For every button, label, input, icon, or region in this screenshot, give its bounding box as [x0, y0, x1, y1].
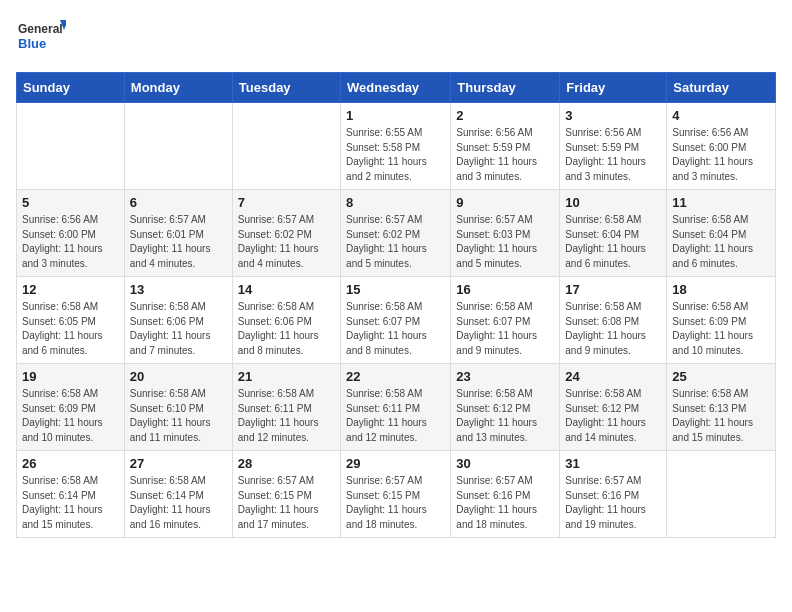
calendar-week-row: 19Sunrise: 6:58 AMSunset: 6:09 PMDayligh… [17, 364, 776, 451]
day-info: Sunrise: 6:58 AMSunset: 6:14 PMDaylight:… [22, 474, 119, 532]
day-number: 24 [565, 369, 661, 384]
calendar-cell: 23Sunrise: 6:58 AMSunset: 6:12 PMDayligh… [451, 364, 560, 451]
day-number: 19 [22, 369, 119, 384]
day-info: Sunrise: 6:57 AMSunset: 6:16 PMDaylight:… [565, 474, 661, 532]
day-info: Sunrise: 6:57 AMSunset: 6:15 PMDaylight:… [346, 474, 445, 532]
day-info: Sunrise: 6:58 AMSunset: 6:06 PMDaylight:… [238, 300, 335, 358]
day-info: Sunrise: 6:57 AMSunset: 6:15 PMDaylight:… [238, 474, 335, 532]
day-info: Sunrise: 6:56 AMSunset: 6:00 PMDaylight:… [22, 213, 119, 271]
calendar-header-monday: Monday [124, 73, 232, 103]
svg-text:Blue: Blue [18, 36, 46, 51]
day-number: 15 [346, 282, 445, 297]
day-number: 14 [238, 282, 335, 297]
calendar-cell: 4Sunrise: 6:56 AMSunset: 6:00 PMDaylight… [667, 103, 776, 190]
day-number: 8 [346, 195, 445, 210]
day-info: Sunrise: 6:58 AMSunset: 6:04 PMDaylight:… [672, 213, 770, 271]
calendar-cell: 20Sunrise: 6:58 AMSunset: 6:10 PMDayligh… [124, 364, 232, 451]
day-number: 31 [565, 456, 661, 471]
calendar-header-tuesday: Tuesday [232, 73, 340, 103]
day-number: 26 [22, 456, 119, 471]
day-info: Sunrise: 6:58 AMSunset: 6:13 PMDaylight:… [672, 387, 770, 445]
day-number: 9 [456, 195, 554, 210]
day-info: Sunrise: 6:58 AMSunset: 6:05 PMDaylight:… [22, 300, 119, 358]
day-info: Sunrise: 6:57 AMSunset: 6:02 PMDaylight:… [346, 213, 445, 271]
calendar-cell: 12Sunrise: 6:58 AMSunset: 6:05 PMDayligh… [17, 277, 125, 364]
day-number: 7 [238, 195, 335, 210]
day-number: 23 [456, 369, 554, 384]
calendar-cell: 14Sunrise: 6:58 AMSunset: 6:06 PMDayligh… [232, 277, 340, 364]
calendar-cell: 27Sunrise: 6:58 AMSunset: 6:14 PMDayligh… [124, 451, 232, 538]
calendar-week-row: 12Sunrise: 6:58 AMSunset: 6:05 PMDayligh… [17, 277, 776, 364]
calendar-cell [124, 103, 232, 190]
day-number: 30 [456, 456, 554, 471]
day-number: 29 [346, 456, 445, 471]
calendar-cell: 3Sunrise: 6:56 AMSunset: 5:59 PMDaylight… [560, 103, 667, 190]
day-info: Sunrise: 6:58 AMSunset: 6:09 PMDaylight:… [672, 300, 770, 358]
day-info: Sunrise: 6:58 AMSunset: 6:11 PMDaylight:… [238, 387, 335, 445]
calendar-header-saturday: Saturday [667, 73, 776, 103]
day-number: 17 [565, 282, 661, 297]
calendar-cell: 15Sunrise: 6:58 AMSunset: 6:07 PMDayligh… [341, 277, 451, 364]
calendar-cell: 28Sunrise: 6:57 AMSunset: 6:15 PMDayligh… [232, 451, 340, 538]
calendar-cell: 11Sunrise: 6:58 AMSunset: 6:04 PMDayligh… [667, 190, 776, 277]
calendar-cell [17, 103, 125, 190]
day-number: 5 [22, 195, 119, 210]
day-number: 2 [456, 108, 554, 123]
calendar-header-friday: Friday [560, 73, 667, 103]
day-number: 1 [346, 108, 445, 123]
calendar-cell: 5Sunrise: 6:56 AMSunset: 6:00 PMDaylight… [17, 190, 125, 277]
calendar-cell: 6Sunrise: 6:57 AMSunset: 6:01 PMDaylight… [124, 190, 232, 277]
day-number: 18 [672, 282, 770, 297]
day-number: 21 [238, 369, 335, 384]
day-number: 28 [238, 456, 335, 471]
calendar-cell: 19Sunrise: 6:58 AMSunset: 6:09 PMDayligh… [17, 364, 125, 451]
calendar-header-thursday: Thursday [451, 73, 560, 103]
day-info: Sunrise: 6:57 AMSunset: 6:03 PMDaylight:… [456, 213, 554, 271]
calendar-cell: 26Sunrise: 6:58 AMSunset: 6:14 PMDayligh… [17, 451, 125, 538]
day-number: 4 [672, 108, 770, 123]
day-info: Sunrise: 6:58 AMSunset: 6:12 PMDaylight:… [565, 387, 661, 445]
day-info: Sunrise: 6:56 AMSunset: 5:59 PMDaylight:… [565, 126, 661, 184]
day-number: 27 [130, 456, 227, 471]
day-number: 16 [456, 282, 554, 297]
calendar-week-row: 26Sunrise: 6:58 AMSunset: 6:14 PMDayligh… [17, 451, 776, 538]
day-number: 6 [130, 195, 227, 210]
calendar-cell: 24Sunrise: 6:58 AMSunset: 6:12 PMDayligh… [560, 364, 667, 451]
calendar-cell [232, 103, 340, 190]
calendar-cell: 7Sunrise: 6:57 AMSunset: 6:02 PMDaylight… [232, 190, 340, 277]
day-info: Sunrise: 6:58 AMSunset: 6:12 PMDaylight:… [456, 387, 554, 445]
calendar-header-wednesday: Wednesday [341, 73, 451, 103]
day-info: Sunrise: 6:56 AMSunset: 5:59 PMDaylight:… [456, 126, 554, 184]
calendar-cell: 13Sunrise: 6:58 AMSunset: 6:06 PMDayligh… [124, 277, 232, 364]
calendar-cell: 25Sunrise: 6:58 AMSunset: 6:13 PMDayligh… [667, 364, 776, 451]
day-number: 3 [565, 108, 661, 123]
day-info: Sunrise: 6:58 AMSunset: 6:07 PMDaylight:… [456, 300, 554, 358]
logo-svg: General Blue [16, 16, 66, 60]
calendar-cell: 31Sunrise: 6:57 AMSunset: 6:16 PMDayligh… [560, 451, 667, 538]
calendar-cell [667, 451, 776, 538]
calendar-week-row: 5Sunrise: 6:56 AMSunset: 6:00 PMDaylight… [17, 190, 776, 277]
day-number: 12 [22, 282, 119, 297]
day-info: Sunrise: 6:55 AMSunset: 5:58 PMDaylight:… [346, 126, 445, 184]
calendar-cell: 1Sunrise: 6:55 AMSunset: 5:58 PMDaylight… [341, 103, 451, 190]
calendar-cell: 8Sunrise: 6:57 AMSunset: 6:02 PMDaylight… [341, 190, 451, 277]
calendar-header-sunday: Sunday [17, 73, 125, 103]
day-number: 25 [672, 369, 770, 384]
calendar-cell: 30Sunrise: 6:57 AMSunset: 6:16 PMDayligh… [451, 451, 560, 538]
calendar-cell: 2Sunrise: 6:56 AMSunset: 5:59 PMDaylight… [451, 103, 560, 190]
calendar-cell: 16Sunrise: 6:58 AMSunset: 6:07 PMDayligh… [451, 277, 560, 364]
calendar-cell: 21Sunrise: 6:58 AMSunset: 6:11 PMDayligh… [232, 364, 340, 451]
day-number: 10 [565, 195, 661, 210]
day-info: Sunrise: 6:58 AMSunset: 6:14 PMDaylight:… [130, 474, 227, 532]
calendar-cell: 10Sunrise: 6:58 AMSunset: 6:04 PMDayligh… [560, 190, 667, 277]
day-number: 13 [130, 282, 227, 297]
day-info: Sunrise: 6:57 AMSunset: 6:02 PMDaylight:… [238, 213, 335, 271]
calendar-cell: 17Sunrise: 6:58 AMSunset: 6:08 PMDayligh… [560, 277, 667, 364]
calendar: SundayMondayTuesdayWednesdayThursdayFrid… [16, 72, 776, 538]
day-info: Sunrise: 6:57 AMSunset: 6:01 PMDaylight:… [130, 213, 227, 271]
day-number: 20 [130, 369, 227, 384]
day-number: 22 [346, 369, 445, 384]
calendar-header-row: SundayMondayTuesdayWednesdayThursdayFrid… [17, 73, 776, 103]
day-number: 11 [672, 195, 770, 210]
day-info: Sunrise: 6:56 AMSunset: 6:00 PMDaylight:… [672, 126, 770, 184]
